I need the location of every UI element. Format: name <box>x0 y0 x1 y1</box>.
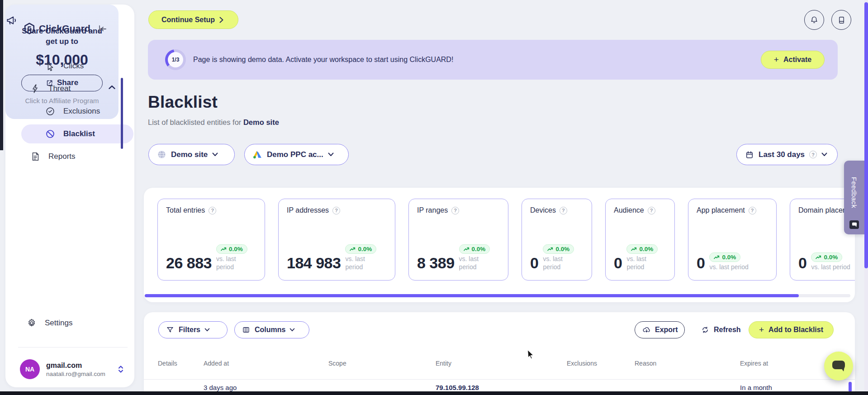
globe-icon <box>157 150 166 159</box>
stats-hscrollbar-thumb[interactable] <box>145 294 799 297</box>
stat-card-ip-addresses: IP addresses? 184 983 0.0% vs. last peri… <box>278 199 395 281</box>
brand-logo: ClickGuard. <box>24 23 93 34</box>
table-row[interactable]: 3 days ago 79.105.99.128 In a month <box>158 384 855 391</box>
chevron-down-icon <box>204 328 210 332</box>
sidebar-item-settings[interactable]: Settings <box>5 314 134 333</box>
stat-cards-row: Total entries? 26 883 0.0% vs. last peri… <box>157 199 855 281</box>
stat-value: 8 389 <box>417 254 455 272</box>
table-scrollbar-thumb[interactable] <box>849 382 852 392</box>
activate-label: Activate <box>783 56 811 64</box>
notifications-button[interactable] <box>804 10 824 30</box>
help-icon: ? <box>648 207 655 214</box>
filters-button[interactable]: Filters <box>158 321 228 338</box>
document-icon <box>30 152 40 162</box>
plus-icon: + <box>759 325 764 335</box>
activate-button[interactable]: + Activate <box>761 51 825 69</box>
date-range-value: Last 30 days <box>759 150 805 159</box>
column-header-reason[interactable]: Reason <box>635 360 740 367</box>
help-icon: ? <box>560 207 567 214</box>
sidebar-item-clicks[interactable]: Clicks <box>5 57 134 76</box>
help-icon: ? <box>749 207 756 214</box>
page-title: Blacklist <box>148 93 218 112</box>
table-header-row: Details Added at Scope Entity Exclusions… <box>158 360 855 367</box>
site-selector-value: Demo site <box>171 150 208 159</box>
chevron-down-icon <box>821 152 827 157</box>
gear-icon <box>27 318 37 328</box>
delta-badge: 0.0% <box>709 252 740 262</box>
column-header-details[interactable]: Details <box>158 360 204 367</box>
column-header-entity[interactable]: Entity <box>436 360 567 367</box>
filters-label: Filters <box>179 326 200 334</box>
continue-setup-label: Continue Setup <box>161 16 215 24</box>
stat-label: App placement <box>697 206 745 214</box>
column-header-exclusions[interactable]: Exclusions <box>567 360 635 367</box>
stats-panel: Total entries? 26 883 0.0% vs. last peri… <box>144 188 855 302</box>
stat-value: 0 <box>530 254 538 272</box>
docs-button[interactable] <box>831 10 851 30</box>
block-icon <box>45 129 55 139</box>
stat-value: 0 <box>697 254 705 272</box>
stat-label: Total entries <box>166 206 205 214</box>
stat-card-ip-ranges: IP ranges? 8 389 0.0% vs. last period <box>408 199 508 281</box>
sidebar-collapse-icon[interactable] <box>97 24 109 35</box>
account-switcher[interactable]: NA gmail.com naatali.ro@gmail.com <box>20 359 124 379</box>
page-subtitle: List of blacklisted entities for Demo si… <box>148 118 279 127</box>
account-email: naatali.ro@gmail.com <box>46 371 105 377</box>
setup-progress-ring: 1/3 <box>165 49 186 70</box>
feedback-label: Feedback <box>844 168 864 218</box>
refresh-label: Refresh <box>714 326 741 334</box>
ppc-account-value: Demo PPC ac... <box>267 150 323 159</box>
calendar-icon <box>745 150 754 159</box>
google-ads-icon <box>253 150 262 159</box>
help-icon: ? <box>809 151 817 158</box>
cell-details <box>158 384 204 391</box>
continue-setup-button[interactable]: Continue Setup <box>148 10 238 29</box>
cell-expires-at: In a month <box>740 384 855 391</box>
site-selector[interactable]: Demo site <box>148 144 235 165</box>
column-header-scope[interactable]: Scope <box>328 360 436 367</box>
feedback-tab[interactable]: Feedback <box>844 161 864 234</box>
sidebar-item-exclusions[interactable]: Exclusions <box>5 102 134 121</box>
columns-button[interactable]: Columns <box>234 321 309 338</box>
column-header-added-at[interactable]: Added at <box>204 360 328 367</box>
add-to-blacklist-label: Add to Blacklist <box>768 326 823 334</box>
account-name: gmail.com <box>46 362 105 370</box>
add-to-blacklist-button[interactable]: + Add to Blacklist <box>749 321 834 338</box>
stat-value: 184 983 <box>287 254 341 272</box>
plus-icon: + <box>774 55 779 65</box>
stat-card-audience: Audience? 0 0.0% vs. last period <box>605 199 675 281</box>
speech-bubble-icon <box>831 360 846 372</box>
table-header-divider <box>144 379 855 380</box>
sidebar-item-blacklist[interactable]: Blacklist <box>21 124 133 143</box>
export-button[interactable]: Export <box>635 321 685 338</box>
trend-up-icon <box>350 247 356 251</box>
sidebar-item-reports[interactable]: Reports <box>5 147 134 166</box>
page-scrollbar-thumb[interactable] <box>864 2 868 268</box>
stat-caption: vs. last period <box>459 255 485 271</box>
chevron-up-icon[interactable] <box>109 85 115 90</box>
bell-icon <box>810 15 819 24</box>
cloud-download-icon <box>642 326 651 334</box>
sidebar-scrollbar-thumb[interactable] <box>121 78 123 149</box>
badge-check-icon <box>45 106 55 116</box>
sidebar: ClickGuard. Clicks Threat <box>5 5 134 387</box>
blacklist-table-panel: Filters Columns Export Refresh <box>144 312 855 395</box>
delta-badge: 0.0% <box>543 244 574 254</box>
cell-entity: 79.105.99.128 <box>436 384 567 391</box>
stat-value: 26 883 <box>166 254 212 272</box>
help-icon: ? <box>209 207 216 214</box>
banner-message: Page is showing demo data. Activate your… <box>193 40 453 80</box>
chat-launcher-button[interactable] <box>824 352 853 381</box>
ppc-account-selector[interactable]: Demo PPC ac... <box>244 144 349 165</box>
date-range-selector[interactable]: Last 30 days ? <box>736 144 838 165</box>
feedback-chat-icon <box>849 220 859 229</box>
stat-caption: vs. last period <box>543 255 569 271</box>
cell-exclusions <box>567 384 635 391</box>
stat-label: Devices <box>530 206 556 214</box>
refresh-button[interactable]: Refresh <box>698 321 744 338</box>
stat-caption: vs. last period <box>709 263 748 271</box>
stat-caption: vs. last period <box>626 255 653 271</box>
columns-icon <box>242 326 251 334</box>
delta-badge: 0.0% <box>345 244 376 254</box>
sidebar-item-label: Clicks <box>63 62 84 71</box>
